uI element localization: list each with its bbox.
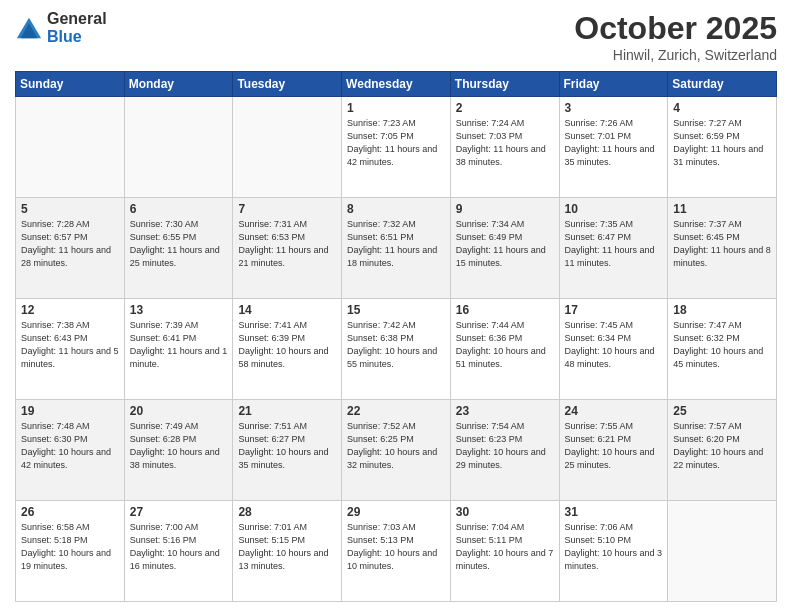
day-number: 23 bbox=[456, 404, 554, 418]
day-info: Sunrise: 7:24 AMSunset: 7:03 PMDaylight:… bbox=[456, 117, 554, 169]
day-info: Sunrise: 7:30 AMSunset: 6:55 PMDaylight:… bbox=[130, 218, 228, 270]
table-row: 13Sunrise: 7:39 AMSunset: 6:41 PMDayligh… bbox=[124, 299, 233, 400]
table-row: 29Sunrise: 7:03 AMSunset: 5:13 PMDayligh… bbox=[342, 501, 451, 602]
day-info: Sunrise: 7:52 AMSunset: 6:25 PMDaylight:… bbox=[347, 420, 445, 472]
table-row: 12Sunrise: 7:38 AMSunset: 6:43 PMDayligh… bbox=[16, 299, 125, 400]
table-row: 22Sunrise: 7:52 AMSunset: 6:25 PMDayligh… bbox=[342, 400, 451, 501]
day-number: 12 bbox=[21, 303, 119, 317]
table-row: 26Sunrise: 6:58 AMSunset: 5:18 PMDayligh… bbox=[16, 501, 125, 602]
col-monday: Monday bbox=[124, 72, 233, 97]
table-row: 24Sunrise: 7:55 AMSunset: 6:21 PMDayligh… bbox=[559, 400, 668, 501]
day-number: 10 bbox=[565, 202, 663, 216]
day-number: 30 bbox=[456, 505, 554, 519]
day-number: 31 bbox=[565, 505, 663, 519]
day-info: Sunrise: 7:49 AMSunset: 6:28 PMDaylight:… bbox=[130, 420, 228, 472]
day-info: Sunrise: 7:31 AMSunset: 6:53 PMDaylight:… bbox=[238, 218, 336, 270]
table-row: 30Sunrise: 7:04 AMSunset: 5:11 PMDayligh… bbox=[450, 501, 559, 602]
col-saturday: Saturday bbox=[668, 72, 777, 97]
day-info: Sunrise: 7:27 AMSunset: 6:59 PMDaylight:… bbox=[673, 117, 771, 169]
day-number: 25 bbox=[673, 404, 771, 418]
logo-text: General Blue bbox=[47, 10, 107, 45]
day-number: 13 bbox=[130, 303, 228, 317]
table-row: 1Sunrise: 7:23 AMSunset: 7:05 PMDaylight… bbox=[342, 97, 451, 198]
day-number: 20 bbox=[130, 404, 228, 418]
day-number: 22 bbox=[347, 404, 445, 418]
table-row: 27Sunrise: 7:00 AMSunset: 5:16 PMDayligh… bbox=[124, 501, 233, 602]
day-info: Sunrise: 6:58 AMSunset: 5:18 PMDaylight:… bbox=[21, 521, 119, 573]
col-tuesday: Tuesday bbox=[233, 72, 342, 97]
day-info: Sunrise: 7:01 AMSunset: 5:15 PMDaylight:… bbox=[238, 521, 336, 573]
day-info: Sunrise: 7:54 AMSunset: 6:23 PMDaylight:… bbox=[456, 420, 554, 472]
day-number: 17 bbox=[565, 303, 663, 317]
table-row: 23Sunrise: 7:54 AMSunset: 6:23 PMDayligh… bbox=[450, 400, 559, 501]
day-number: 6 bbox=[130, 202, 228, 216]
month-title: October 2025 bbox=[574, 10, 777, 47]
day-number: 26 bbox=[21, 505, 119, 519]
table-row: 11Sunrise: 7:37 AMSunset: 6:45 PMDayligh… bbox=[668, 198, 777, 299]
day-info: Sunrise: 7:28 AMSunset: 6:57 PMDaylight:… bbox=[21, 218, 119, 270]
day-info: Sunrise: 7:32 AMSunset: 6:51 PMDaylight:… bbox=[347, 218, 445, 270]
day-info: Sunrise: 7:37 AMSunset: 6:45 PMDaylight:… bbox=[673, 218, 771, 270]
day-info: Sunrise: 7:42 AMSunset: 6:38 PMDaylight:… bbox=[347, 319, 445, 371]
title-block: October 2025 Hinwil, Zurich, Switzerland bbox=[574, 10, 777, 63]
day-number: 8 bbox=[347, 202, 445, 216]
day-info: Sunrise: 7:04 AMSunset: 5:11 PMDaylight:… bbox=[456, 521, 554, 573]
table-row: 17Sunrise: 7:45 AMSunset: 6:34 PMDayligh… bbox=[559, 299, 668, 400]
table-row: 2Sunrise: 7:24 AMSunset: 7:03 PMDaylight… bbox=[450, 97, 559, 198]
calendar-header-row: Sunday Monday Tuesday Wednesday Thursday… bbox=[16, 72, 777, 97]
day-number: 29 bbox=[347, 505, 445, 519]
logo-blue-text: Blue bbox=[47, 28, 107, 46]
day-info: Sunrise: 7:51 AMSunset: 6:27 PMDaylight:… bbox=[238, 420, 336, 472]
table-row: 19Sunrise: 7:48 AMSunset: 6:30 PMDayligh… bbox=[16, 400, 125, 501]
day-info: Sunrise: 7:44 AMSunset: 6:36 PMDaylight:… bbox=[456, 319, 554, 371]
day-info: Sunrise: 7:00 AMSunset: 5:16 PMDaylight:… bbox=[130, 521, 228, 573]
day-number: 18 bbox=[673, 303, 771, 317]
col-friday: Friday bbox=[559, 72, 668, 97]
table-row: 28Sunrise: 7:01 AMSunset: 5:15 PMDayligh… bbox=[233, 501, 342, 602]
day-info: Sunrise: 7:03 AMSunset: 5:13 PMDaylight:… bbox=[347, 521, 445, 573]
day-info: Sunrise: 7:38 AMSunset: 6:43 PMDaylight:… bbox=[21, 319, 119, 371]
day-info: Sunrise: 7:57 AMSunset: 6:20 PMDaylight:… bbox=[673, 420, 771, 472]
day-number: 27 bbox=[130, 505, 228, 519]
table-row: 3Sunrise: 7:26 AMSunset: 7:01 PMDaylight… bbox=[559, 97, 668, 198]
day-number: 15 bbox=[347, 303, 445, 317]
day-info: Sunrise: 7:41 AMSunset: 6:39 PMDaylight:… bbox=[238, 319, 336, 371]
table-row: 20Sunrise: 7:49 AMSunset: 6:28 PMDayligh… bbox=[124, 400, 233, 501]
table-row: 6Sunrise: 7:30 AMSunset: 6:55 PMDaylight… bbox=[124, 198, 233, 299]
day-info: Sunrise: 7:39 AMSunset: 6:41 PMDaylight:… bbox=[130, 319, 228, 371]
day-number: 14 bbox=[238, 303, 336, 317]
day-number: 11 bbox=[673, 202, 771, 216]
header: General Blue October 2025 Hinwil, Zurich… bbox=[15, 10, 777, 63]
table-row: 15Sunrise: 7:42 AMSunset: 6:38 PMDayligh… bbox=[342, 299, 451, 400]
table-row bbox=[668, 501, 777, 602]
day-number: 24 bbox=[565, 404, 663, 418]
page: General Blue October 2025 Hinwil, Zurich… bbox=[0, 0, 792, 612]
day-info: Sunrise: 7:26 AMSunset: 7:01 PMDaylight:… bbox=[565, 117, 663, 169]
day-info: Sunrise: 7:47 AMSunset: 6:32 PMDaylight:… bbox=[673, 319, 771, 371]
table-row: 10Sunrise: 7:35 AMSunset: 6:47 PMDayligh… bbox=[559, 198, 668, 299]
day-number: 1 bbox=[347, 101, 445, 115]
table-row: 8Sunrise: 7:32 AMSunset: 6:51 PMDaylight… bbox=[342, 198, 451, 299]
col-wednesday: Wednesday bbox=[342, 72, 451, 97]
table-row: 31Sunrise: 7:06 AMSunset: 5:10 PMDayligh… bbox=[559, 501, 668, 602]
day-number: 4 bbox=[673, 101, 771, 115]
day-number: 3 bbox=[565, 101, 663, 115]
table-row: 18Sunrise: 7:47 AMSunset: 6:32 PMDayligh… bbox=[668, 299, 777, 400]
day-info: Sunrise: 7:55 AMSunset: 6:21 PMDaylight:… bbox=[565, 420, 663, 472]
day-number: 7 bbox=[238, 202, 336, 216]
calendar-table: Sunday Monday Tuesday Wednesday Thursday… bbox=[15, 71, 777, 602]
table-row: 9Sunrise: 7:34 AMSunset: 6:49 PMDaylight… bbox=[450, 198, 559, 299]
day-number: 19 bbox=[21, 404, 119, 418]
table-row: 14Sunrise: 7:41 AMSunset: 6:39 PMDayligh… bbox=[233, 299, 342, 400]
table-row: 25Sunrise: 7:57 AMSunset: 6:20 PMDayligh… bbox=[668, 400, 777, 501]
logo-icon bbox=[15, 14, 43, 42]
table-row bbox=[124, 97, 233, 198]
day-number: 21 bbox=[238, 404, 336, 418]
table-row: 16Sunrise: 7:44 AMSunset: 6:36 PMDayligh… bbox=[450, 299, 559, 400]
location: Hinwil, Zurich, Switzerland bbox=[574, 47, 777, 63]
table-row: 4Sunrise: 7:27 AMSunset: 6:59 PMDaylight… bbox=[668, 97, 777, 198]
day-info: Sunrise: 7:34 AMSunset: 6:49 PMDaylight:… bbox=[456, 218, 554, 270]
day-number: 2 bbox=[456, 101, 554, 115]
table-row: 5Sunrise: 7:28 AMSunset: 6:57 PMDaylight… bbox=[16, 198, 125, 299]
day-info: Sunrise: 7:48 AMSunset: 6:30 PMDaylight:… bbox=[21, 420, 119, 472]
